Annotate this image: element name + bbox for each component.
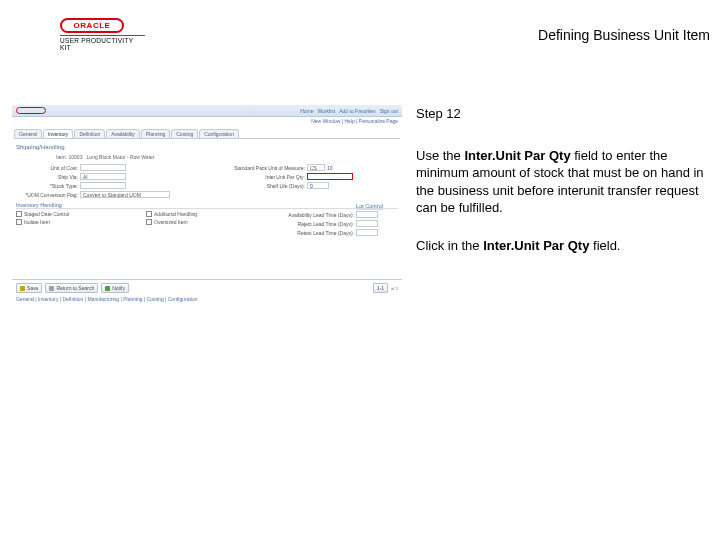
label: Shelf Life (Days): <box>210 183 305 189</box>
tab-definition[interactable]: Definition <box>74 129 105 138</box>
shelf-life-field[interactable]: 0 <box>307 182 329 189</box>
inventory-handling-head: Inventory Handling <box>16 202 398 209</box>
row-std-pack: Standard Pack Unit of Measure:CS10 <box>210 164 398 171</box>
upk-subtitle: USER PRODUCTIVITY KIT <box>60 35 145 51</box>
checkbox-icon <box>146 211 152 217</box>
footer-tab-links[interactable]: General | Inventory | Definition | Manuf… <box>16 296 398 302</box>
document-title: Defining Business Unit Item <box>538 27 710 43</box>
lot-fields: Availability Lead Time (Days): Reject Le… <box>276 211 398 236</box>
pager[interactable]: 1-1 <box>373 283 388 293</box>
btn-label: Return to Search <box>56 284 94 292</box>
instruction-paragraph: Use the Inter.Unit Par Qty field to ente… <box>416 147 706 217</box>
action-bold: Inter.Unit Par Qty <box>483 238 589 253</box>
btn-label: Notify <box>112 284 125 292</box>
ship-via-field[interactable]: AI <box>80 173 126 180</box>
tab-general[interactable]: General <box>14 129 42 138</box>
std-pack-uom-field[interactable]: CS <box>307 164 325 171</box>
document-header: ORACLE USER PRODUCTIVITY KIT Defining Bu… <box>0 18 720 51</box>
tab-inventory[interactable]: Inventory <box>43 129 74 138</box>
page-of: of 1 <box>391 286 398 291</box>
action-pre: Click in the <box>416 238 483 253</box>
row-uom-flag: *UOM Conversion Flag:Convert to Standard… <box>16 191 204 198</box>
row-reject-lead: Reject Lead Time (Days): <box>276 220 398 227</box>
action-post: field. <box>589 238 620 253</box>
label: Availability Lead Time (Days): <box>276 212 354 218</box>
row-unit-cost: Unit of Cost: <box>16 164 204 171</box>
row-interunit-par-qty: Inter.Unit Par Qty: <box>210 173 398 180</box>
row-shelf-life: Shelf Life (Days):0 <box>210 182 398 189</box>
uom-flag-field[interactable]: Convert to Standard UOM <box>80 191 170 198</box>
checkbox-icon <box>146 219 152 225</box>
save-icon <box>20 286 25 291</box>
interunit-par-qty-field[interactable] <box>307 173 353 180</box>
label: *Stock Type: <box>16 183 78 189</box>
tab-availability[interactable]: Availability <box>106 129 140 138</box>
action-paragraph: Click in the Inter.Unit Par Qty field. <box>416 237 706 255</box>
item-subline: Item: 10003 Long Block Motor - Row Water <box>56 154 398 160</box>
label: Reject Lead Time (Days): <box>276 221 354 227</box>
lot-control-head: Lot Control <box>356 203 383 210</box>
app-topbar: Home Worklist Add to Favorites Sign out <box>12 105 402 117</box>
checkbox-icon <box>16 219 22 225</box>
left-column: Unit of Cost: Ship Via:AI *Stock Type: *… <box>16 164 204 198</box>
save-button[interactable]: Save <box>16 283 42 293</box>
retest-lead-field[interactable] <box>356 229 378 236</box>
check-oversized-item[interactable]: Oversized Item <box>146 219 268 225</box>
step-number: Step 12 <box>416 105 706 123</box>
checkbox-icon <box>16 211 22 217</box>
label: Standard Pack Unit of Measure: <box>210 165 305 171</box>
notify-icon <box>105 286 110 291</box>
check-isolate-item[interactable]: Isolate Item <box>16 219 138 225</box>
search-icon <box>49 286 54 291</box>
para-bold: Inter.Unit Par Qty <box>464 148 570 163</box>
tab-configuration[interactable]: Configuration <box>199 129 239 138</box>
reject-lead-field[interactable] <box>356 220 378 227</box>
check-staged-date[interactable]: Staged Date Control <box>16 211 138 217</box>
notify-button[interactable]: Notify <box>101 283 129 293</box>
label: Retest Lead Time (Days): <box>276 230 354 236</box>
avail-lead-field[interactable] <box>356 211 378 218</box>
tab-costing[interactable]: Costing <box>171 129 198 138</box>
return-search-button[interactable]: Return to Search <box>45 283 98 293</box>
right-column: Standard Pack Unit of Measure:CS10 Inter… <box>210 164 398 198</box>
tab-planning[interactable]: Planning <box>141 129 170 138</box>
check-additional-handling[interactable]: Additional Handling <box>146 211 268 217</box>
topbar-links: Home Worklist Add to Favorites Sign out <box>300 108 398 114</box>
instruction-panel: Step 12 Use the Inter.Unit Par Qty field… <box>416 105 710 305</box>
nav-signout[interactable]: Sign out <box>380 108 398 114</box>
embedded-screenshot: Home Worklist Add to Favorites Sign out … <box>12 105 402 305</box>
std-pack-qty: 10 <box>327 165 333 171</box>
row-avail-lead: Availability Lead Time (Days): <box>276 211 398 218</box>
shot-footer: Save Return to Search Notify 1-1 of 1 Ge… <box>12 279 402 305</box>
row-stock-type: *Stock Type: <box>16 182 204 189</box>
btn-label: Save <box>27 284 38 292</box>
tabstrip: General Inventory Definition Availabilit… <box>14 129 400 139</box>
form-columns: Unit of Cost: Ship Via:AI *Stock Type: *… <box>16 164 398 198</box>
section-heading: Shipping/Handling <box>16 144 398 150</box>
item-id: 10003 <box>69 154 83 160</box>
label: Inter.Unit Par Qty: <box>210 174 305 180</box>
check-label: Staged Date Control <box>24 211 69 217</box>
oracle-logo-mini <box>16 107 46 114</box>
label: *UOM Conversion Flag: <box>16 192 78 198</box>
stock-type-field[interactable] <box>80 182 126 189</box>
page-num: 1-1 <box>377 284 384 292</box>
label: Ship Via: <box>16 174 78 180</box>
oracle-logo: ORACLE <box>60 18 124 33</box>
check-label: Oversized Item <box>154 219 188 225</box>
item-label: Item: <box>56 154 67 160</box>
para-pre: Use the <box>416 148 464 163</box>
check-label: Isolate Item <box>24 219 50 225</box>
item-desc: Long Block Motor - Row Water <box>87 154 155 160</box>
nav-home[interactable]: Home <box>300 108 313 114</box>
nav-favorites[interactable]: Add to Favorites <box>339 108 375 114</box>
unit-cost-field[interactable] <box>80 164 126 171</box>
row-ship-via: Ship Via:AI <box>16 173 204 180</box>
button-row: Save Return to Search Notify 1-1 of 1 <box>16 283 398 293</box>
oracle-brand: ORACLE USER PRODUCTIVITY KIT <box>60 18 145 51</box>
page-actions[interactable]: New Window | Help | Personalize Page <box>12 117 402 125</box>
nav-worklist[interactable]: Worklist <box>318 108 336 114</box>
check-label: Additional Handling <box>154 211 197 217</box>
content-row: Home Worklist Add to Favorites Sign out … <box>12 105 710 305</box>
checks-mid: Additional Handling Oversized Item <box>146 211 268 236</box>
